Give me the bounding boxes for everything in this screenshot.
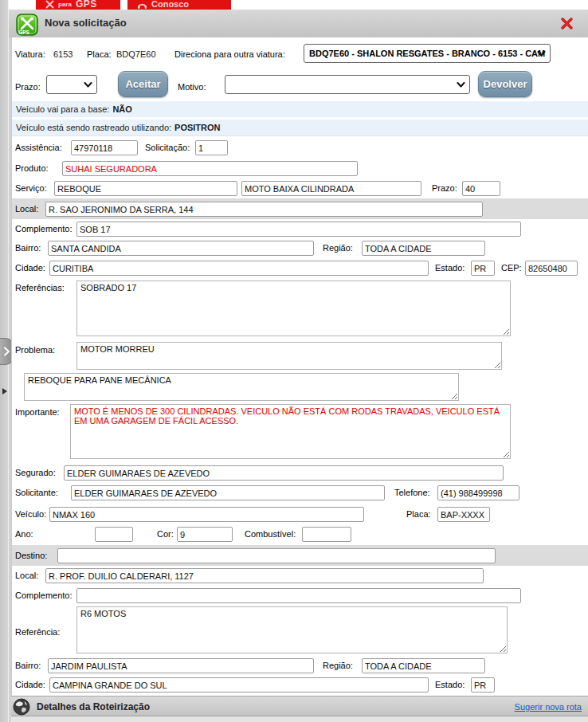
notice-base-value: NÃO xyxy=(112,104,131,114)
estado-origem-input[interactable] xyxy=(471,261,495,276)
bairro-destino-label: Bairro: xyxy=(15,661,41,670)
viatura-label: Viatura: xyxy=(15,49,45,59)
dispatch-window: para GPS Conosco GPS Nova solicitação xyxy=(0,0,588,722)
motivo-label: Motivo: xyxy=(178,82,206,92)
cep-origem-input[interactable] xyxy=(525,261,578,276)
aceitar-button-label: Aceitar xyxy=(125,78,160,90)
complemento-origem-input[interactable] xyxy=(76,222,521,237)
tab-gps[interactable]: para GPS xyxy=(36,0,120,10)
referencia-destino-label: Referência: xyxy=(15,627,60,637)
chevron-right-icon xyxy=(3,347,10,356)
placa-viatura-label: Placa: xyxy=(87,49,112,59)
produto-input[interactable] xyxy=(62,161,358,176)
segurado-input[interactable] xyxy=(64,465,504,481)
bairro-destino-input[interactable] xyxy=(48,658,314,673)
combustivel-input[interactable] xyxy=(302,527,351,542)
prazo-input[interactable] xyxy=(462,181,500,196)
placa-viatura-value: BDQ7E60 xyxy=(116,49,156,59)
cidade-origem-input[interactable] xyxy=(49,261,429,276)
complemento-destino-input[interactable] xyxy=(76,588,521,603)
chevron-down-icon xyxy=(537,51,546,57)
veiculo-input[interactable] xyxy=(49,507,364,522)
bairro-origem-input[interactable] xyxy=(48,241,314,256)
window-title: Nova solicitação xyxy=(45,17,127,29)
combustivel-label: Combustível: xyxy=(245,529,296,539)
solicitacao-input[interactable] xyxy=(195,140,228,155)
motivo-select[interactable] xyxy=(225,75,470,94)
viatura-value: 6153 xyxy=(53,49,73,59)
importante-textarea[interactable]: MOTO É MENOS DE 300 CILINDRADAS. VEICULO… xyxy=(70,404,511,459)
ano-input[interactable] xyxy=(95,527,133,542)
gps-app-icon: GPS xyxy=(16,14,38,36)
cidade-origem-label: Cidade: xyxy=(15,263,45,273)
segurado-label: Segurado: xyxy=(15,468,56,477)
ano-label: Ano: xyxy=(15,529,33,539)
direciona-label: Direciona para outra viatura: xyxy=(174,49,285,59)
complemento-destino-label: Complemento: xyxy=(15,591,73,600)
referencias-origem-label: Referências: xyxy=(15,283,65,292)
sugerir-nova-rota-link[interactable]: Sugerir nova rota xyxy=(515,702,582,712)
regiao-origem-label: Região: xyxy=(323,243,353,253)
produto-label: Produto: xyxy=(15,163,49,173)
notice-base: Veículo vai para a base: NÃO xyxy=(12,101,588,118)
notice-base-label: Veículo vai para a base: xyxy=(16,104,109,114)
referencias-origem-textarea[interactable]: SOBRADO 17 xyxy=(76,281,511,336)
prazo-select[interactable] xyxy=(46,75,97,94)
window-title-bar: GPS Nova solicitação xyxy=(9,10,588,37)
destino-input[interactable] xyxy=(57,548,496,563)
estado-destino-input[interactable] xyxy=(471,677,495,693)
tab-conosco[interactable]: Conosco xyxy=(127,0,231,10)
destino-label: Destino: xyxy=(15,551,47,560)
local-origem-input[interactable] xyxy=(45,202,483,217)
problema-textarea[interactable]: MOTOR MORREU xyxy=(76,342,502,370)
cor-label: Cor: xyxy=(157,529,174,539)
svg-text:GPS: GPS xyxy=(18,29,29,35)
direciona-select[interactable]: BDQ7E60 - SHALON RESGATES - BRANCO - 615… xyxy=(304,44,551,63)
problema-detalhe-textarea[interactable]: REBOQUE PARA PANE MECÂNICA xyxy=(24,373,459,401)
veiculo-label: Veículo: xyxy=(15,509,46,519)
chevron-down-icon xyxy=(457,82,465,88)
direciona-selected-value: BDQ7E60 - SHALON RESGATES - BRANCO - 615… xyxy=(309,49,545,58)
importante-label: Importante: xyxy=(15,407,60,417)
phone-icon xyxy=(137,0,147,10)
local-destino-label: Local: xyxy=(15,571,38,580)
regiao-destino-label: Região: xyxy=(323,661,353,670)
servico-tipo-input[interactable] xyxy=(54,181,237,196)
top-tab-strip: para GPS Conosco xyxy=(9,0,588,10)
devolver-button[interactable]: Devolver xyxy=(478,71,532,97)
tab-gps-label: GPS xyxy=(76,0,97,10)
roteirizacao-footer: Detalhes da Roteirização Sugerir nova ro… xyxy=(11,696,588,716)
complemento-origem-label: Complemento: xyxy=(15,224,73,233)
bairro-origem-label: Bairro: xyxy=(15,243,41,253)
assistencia-input[interactable] xyxy=(71,140,138,155)
solicitacao-label: Solicitação: xyxy=(145,143,190,152)
local-destino-input[interactable] xyxy=(45,568,484,583)
globe-icon xyxy=(13,698,30,716)
prazo-label: Prazo: xyxy=(432,183,457,193)
servico-detalhe-input[interactable] xyxy=(241,181,421,196)
solicitante-label: Solicitante: xyxy=(15,488,58,497)
tab-conosco-label: Conosco xyxy=(151,0,189,9)
cidade-destino-label: Cidade: xyxy=(15,680,45,689)
close-icon[interactable] xyxy=(560,17,574,30)
placa-veiculo-input[interactable] xyxy=(437,507,490,522)
cidade-destino-input[interactable] xyxy=(49,677,429,693)
chevron-down-icon xyxy=(84,82,92,88)
request-form-panel: Viatura: 6153 Placa: BDQ7E60 Direciona p… xyxy=(11,37,588,696)
placa-veiculo-label: Placa: xyxy=(406,509,431,519)
telefone-input[interactable] xyxy=(437,485,519,500)
regiao-origem-input[interactable] xyxy=(362,241,485,256)
servico-label: Serviço: xyxy=(15,183,47,193)
local-origem-label: Local: xyxy=(15,204,38,214)
regiao-destino-input[interactable] xyxy=(362,658,485,673)
bottom-strip xyxy=(11,716,588,722)
aceitar-button[interactable]: Aceitar xyxy=(118,71,168,97)
solicitante-input[interactable] xyxy=(71,485,385,500)
expand-arrow-icon[interactable] xyxy=(2,388,7,394)
tools-icon xyxy=(45,0,54,9)
footer-title: Detalhes da Roteirização xyxy=(37,701,150,712)
referencia-destino-textarea[interactable]: R6 MOTOS xyxy=(76,606,508,653)
problema-label: Problema: xyxy=(15,345,55,355)
cor-input[interactable] xyxy=(177,527,233,542)
notice-rastreio-label: Veículo está sendo rastreado utilizando: xyxy=(16,123,171,132)
